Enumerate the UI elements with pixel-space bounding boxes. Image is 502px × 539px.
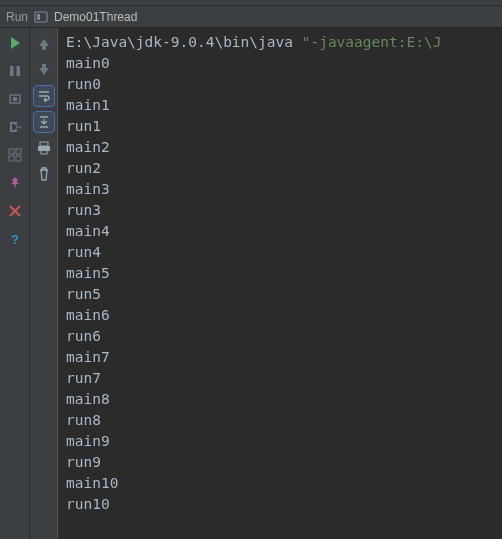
console-line: main7: [66, 347, 494, 368]
console-line: run6: [66, 326, 494, 347]
svg-rect-8: [9, 156, 14, 161]
console-line: run7: [66, 368, 494, 389]
print-icon[interactable]: [34, 138, 54, 158]
console-line: main3: [66, 179, 494, 200]
pause-icon[interactable]: [6, 62, 24, 80]
java-app-icon: [34, 10, 48, 24]
svg-rect-9: [16, 156, 21, 161]
console-line: run4: [66, 242, 494, 263]
svg-rect-3: [16, 66, 20, 76]
arrow-up-icon[interactable]: [34, 34, 54, 54]
frame-icon[interactable]: [6, 90, 24, 108]
console-line: main8: [66, 389, 494, 410]
console-line: main6: [66, 305, 494, 326]
svg-rect-11: [40, 142, 48, 146]
svg-text:?: ?: [11, 232, 19, 246]
run-label: Run: [6, 10, 28, 24]
console-line: run1: [66, 116, 494, 137]
svg-rect-7: [16, 149, 21, 154]
java-path: E:\Java\jdk-9.0.4\bin\java: [66, 34, 302, 50]
exit-icon[interactable]: [6, 118, 24, 136]
console-line: main0: [66, 53, 494, 74]
svg-rect-5: [13, 97, 17, 101]
layout-icon[interactable]: [6, 146, 24, 164]
console-output[interactable]: E:\Java\jdk-9.0.4\bin\java "-javaagent:E…: [58, 28, 502, 539]
console-line: main10: [66, 473, 494, 494]
console-line: main4: [66, 221, 494, 242]
scroll-to-end-icon[interactable]: [34, 112, 54, 132]
run-tool-header: Run Demo01Thread: [0, 6, 502, 28]
trash-icon[interactable]: [34, 164, 54, 184]
console-line: run2: [66, 158, 494, 179]
svg-rect-1: [37, 14, 40, 20]
console-command-line: E:\Java\jdk-9.0.4\bin\java "-javaagent:E…: [66, 32, 494, 53]
console-line: run10: [66, 494, 494, 515]
soft-wrap-icon[interactable]: [34, 86, 54, 106]
java-arg: "-javaagent:E:\J: [302, 34, 442, 50]
console-line: main2: [66, 137, 494, 158]
close-icon[interactable]: [6, 202, 24, 220]
svg-rect-2: [10, 66, 14, 76]
svg-rect-0: [35, 12, 47, 22]
pin-icon[interactable]: [6, 174, 24, 192]
console-line: main9: [66, 431, 494, 452]
console-line: main5: [66, 263, 494, 284]
console-toolbar: [30, 28, 58, 539]
console-line: main1: [66, 95, 494, 116]
console-line: run9: [66, 452, 494, 473]
console-line: run3: [66, 200, 494, 221]
console-line: run8: [66, 410, 494, 431]
help-icon[interactable]: ?: [6, 230, 24, 248]
svg-rect-6: [9, 149, 14, 154]
run-tool-body: ? E:\Java\jdk-9.0.4\bin\java "-javaagent…: [0, 28, 502, 539]
console-line: run0: [66, 74, 494, 95]
console-line: run5: [66, 284, 494, 305]
arrow-down-icon[interactable]: [34, 60, 54, 80]
run-left-toolbar: ?: [0, 28, 30, 539]
run-icon[interactable]: [6, 34, 24, 52]
run-config-name: Demo01Thread: [54, 10, 137, 24]
